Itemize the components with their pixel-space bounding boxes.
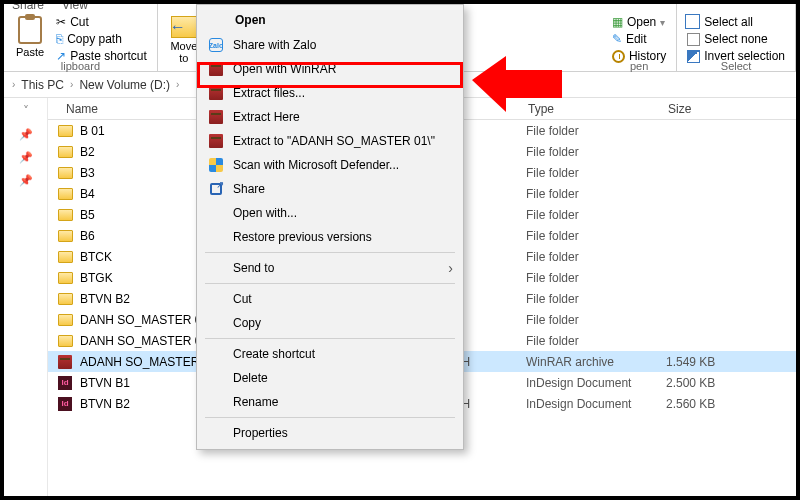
select-all-icon — [687, 16, 700, 29]
paste-button[interactable]: Paste — [10, 14, 50, 60]
ctx-share-zalo[interactable]: ZaloShare with Zalo — [197, 33, 463, 57]
ctx-share[interactable]: Share — [197, 177, 463, 201]
tab-share[interactable]: Share — [12, 0, 44, 12]
folder-icon — [58, 272, 73, 284]
ctx-send-to[interactable]: Send to — [197, 256, 463, 280]
folder-icon — [58, 335, 73, 347]
file-type: File folder — [526, 166, 666, 180]
file-size: 1.549 KB — [666, 355, 746, 369]
file-size: 2.500 KB — [666, 376, 746, 390]
folder-icon — [58, 188, 73, 200]
chevron-down-icon: ▾ — [660, 17, 665, 28]
winrar-icon — [209, 62, 223, 76]
ctx-scan-defender[interactable]: Scan with Microsoft Defender... — [197, 153, 463, 177]
edit-icon: ✎ — [612, 32, 622, 46]
ctx-extract-here[interactable]: Extract Here — [197, 105, 463, 129]
file-type: InDesign Document — [526, 397, 666, 411]
folder-icon — [58, 314, 73, 326]
zalo-icon: Zalo — [209, 38, 223, 52]
ctx-open-winrar[interactable]: Open with WinRAR — [197, 57, 463, 81]
cut-button[interactable]: ✂Cut — [52, 14, 151, 30]
folder-icon — [58, 146, 73, 158]
file-size: 2.560 KB — [666, 397, 746, 411]
file-type: File folder — [526, 250, 666, 264]
context-menu: Open ZaloShare with Zalo Open with WinRA… — [196, 4, 464, 450]
open-button[interactable]: ▦Open▾ — [608, 14, 670, 30]
share-icon — [210, 183, 222, 195]
file-type: File folder — [526, 124, 666, 138]
file-type: File folder — [526, 271, 666, 285]
ctx-create-shortcut[interactable]: Create shortcut — [197, 342, 463, 366]
col-type[interactable]: Type — [528, 102, 668, 116]
file-type: File folder — [526, 292, 666, 306]
ctx-restore-versions[interactable]: Restore previous versions — [197, 225, 463, 249]
winrar-icon — [209, 110, 223, 124]
file-type: File folder — [526, 229, 666, 243]
pin-icon: 📌 — [19, 128, 33, 141]
select-none-button[interactable]: Select none — [683, 31, 789, 47]
folder-icon — [58, 251, 73, 263]
file-type: File folder — [526, 145, 666, 159]
select-none-icon — [687, 33, 700, 46]
scissors-icon: ✂ — [56, 15, 66, 29]
folder-icon — [58, 230, 73, 242]
file-type: WinRAR archive — [526, 355, 666, 369]
nav-chevron-icon[interactable]: ˅ — [23, 104, 29, 118]
copy-path-button[interactable]: ⎘Copy path — [52, 31, 151, 47]
winrar-icon — [209, 134, 223, 148]
pin-icon: 📌 — [19, 151, 33, 164]
ctx-header: Open — [197, 9, 463, 33]
indesign-icon: Id — [58, 376, 72, 390]
folder-icon — [58, 167, 73, 179]
ctx-copy[interactable]: Copy — [197, 311, 463, 335]
file-type: File folder — [526, 187, 666, 201]
pin-icon: 📌 — [19, 174, 33, 187]
ctx-rename[interactable]: Rename — [197, 390, 463, 414]
select-all-button[interactable]: Select all — [683, 14, 789, 30]
ctx-extract-to[interactable]: Extract to "ADANH SO_MASTER 01\" — [197, 129, 463, 153]
file-type: InDesign Document — [526, 376, 666, 390]
tab-view[interactable]: View — [62, 0, 88, 12]
path-icon: ⎘ — [56, 32, 63, 46]
col-size[interactable]: Size — [668, 102, 748, 116]
winrar-icon — [209, 86, 223, 100]
file-type: File folder — [526, 313, 666, 327]
ctx-properties[interactable]: Properties — [197, 421, 463, 445]
folder-icon — [58, 209, 73, 221]
crumb-this-pc[interactable]: This PC — [19, 76, 66, 94]
clipboard-icon — [18, 16, 42, 44]
defender-icon — [209, 158, 223, 172]
nav-pane[interactable]: ˅ 📌 📌 📌 — [4, 98, 48, 496]
file-type: File folder — [526, 208, 666, 222]
crumb-drive[interactable]: New Volume (D:) — [77, 76, 172, 94]
file-type: File folder — [526, 334, 666, 348]
open-icon: ▦ — [612, 15, 623, 29]
ctx-extract-files[interactable]: Extract files... — [197, 81, 463, 105]
indesign-icon: Id — [58, 397, 72, 411]
move-icon — [171, 16, 197, 38]
edit-button[interactable]: ✎Edit — [608, 31, 670, 47]
folder-icon — [58, 293, 73, 305]
history-icon — [612, 50, 625, 63]
ctx-delete[interactable]: Delete — [197, 366, 463, 390]
ctx-open-with[interactable]: Open with... — [197, 201, 463, 225]
ctx-cut[interactable]: Cut — [197, 287, 463, 311]
folder-icon — [58, 125, 73, 137]
rar-icon — [58, 355, 72, 369]
chevron-right-icon: › — [12, 79, 15, 90]
